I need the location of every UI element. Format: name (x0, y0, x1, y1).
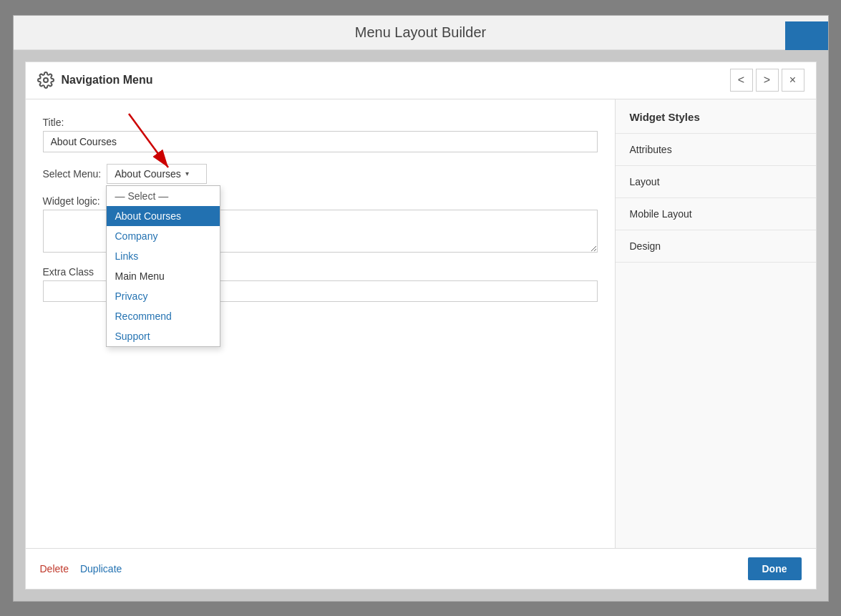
svg-point-0 (44, 78, 48, 82)
nav-forward-button[interactable]: > (756, 69, 779, 92)
select-menu-dropdown[interactable]: About Courses ▾ (107, 164, 207, 184)
modal-titlebar: Menu Layout Builder × (14, 16, 828, 50)
inner-close-button[interactable]: × (782, 69, 804, 92)
nav-back-button[interactable]: < (730, 69, 753, 92)
done-button[interactable]: Done (748, 557, 802, 580)
dropdown-option-support[interactable]: Support (107, 326, 220, 346)
inner-content: Title: Select Menu: About Courses ▾ (26, 99, 816, 548)
widget-styles-sidebar: Widget Styles Attributes Layout Mobile L… (616, 99, 816, 548)
select-menu-label: Select Menu: (43, 168, 102, 180)
footer-bar: Delete Duplicate Done (26, 548, 816, 589)
inner-header-left: Navigation Menu (37, 72, 153, 89)
dropdown-option-links[interactable]: Links (107, 246, 220, 266)
sidebar-item-mobile-layout[interactable]: Mobile Layout (616, 198, 816, 230)
top-right-button[interactable] (785, 21, 828, 50)
inner-panel-title: Navigation Menu (62, 74, 153, 87)
footer-left-actions: Delete Duplicate (40, 563, 122, 575)
duplicate-button[interactable]: Duplicate (80, 563, 122, 575)
dropdown-option-select[interactable]: — Select — (107, 186, 220, 206)
modal-container: Menu Layout Builder × Navigation Menu < (13, 15, 829, 602)
modal-title: Menu Layout Builder (48, 24, 794, 41)
dropdown-option-about-courses[interactable]: About Courses (107, 206, 220, 226)
dropdown-option-recommend[interactable]: Recommend (107, 306, 220, 326)
modal-body: Navigation Menu < > × Title: (14, 50, 828, 601)
dropdown-option-company[interactable]: Company (107, 226, 220, 246)
inner-panel: Navigation Menu < > × Title: (25, 62, 817, 590)
inner-header-right: < > × (730, 69, 804, 92)
title-label: Title: (43, 117, 598, 128)
inner-header: Navigation Menu < > × (26, 62, 816, 99)
title-input[interactable] (43, 131, 598, 152)
title-group: Title: (43, 117, 598, 152)
select-menu-row: Select Menu: About Courses ▾ (43, 164, 598, 184)
gear-icon (37, 72, 54, 89)
dropdown-option-privacy[interactable]: Privacy (107, 286, 220, 306)
select-menu-options: — Select — About Courses Company Links M… (106, 185, 220, 347)
sidebar-item-attributes[interactable]: Attributes (616, 134, 816, 166)
select-menu-value: About Courses (115, 168, 181, 180)
sidebar-item-layout[interactable]: Layout (616, 166, 816, 198)
delete-button[interactable]: Delete (40, 563, 69, 575)
dropdown-option-main-menu[interactable]: Main Menu (107, 266, 220, 286)
chevron-down-icon: ▾ (185, 170, 189, 177)
form-area: Title: Select Menu: About Courses ▾ (26, 99, 616, 548)
sidebar-item-design[interactable]: Design (616, 230, 816, 263)
widget-styles-title: Widget Styles (616, 99, 816, 134)
